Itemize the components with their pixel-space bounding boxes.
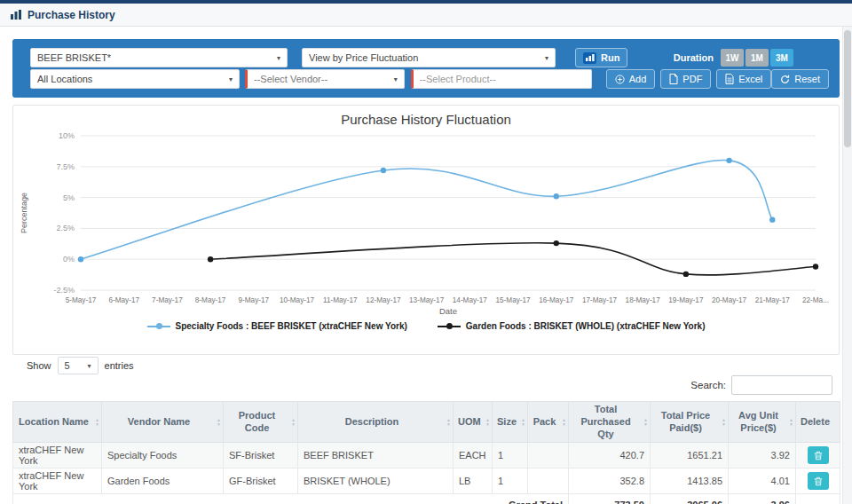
svg-text:7.5%: 7.5%	[56, 162, 75, 171]
product-search-input[interactable]	[411, 69, 592, 89]
purchase-table: Location Name▲▼Vendor Name▲▼Product Code…	[12, 401, 840, 504]
cell-location: xtraCHEF New York	[13, 443, 102, 469]
chart-panel: Purchase History Fluctuation -2.5%0%2.5%…	[12, 105, 840, 355]
svg-text:15-May-17: 15-May-17	[495, 296, 531, 304]
toolbar-row-2: All Locations ▾ --Select Vendor-- ▾ Add …	[30, 69, 829, 89]
legend-marker	[438, 326, 461, 327]
svg-text:8-May-17: 8-May-17	[195, 296, 226, 304]
svg-text:10-May-17: 10-May-17	[280, 296, 315, 304]
pdf-document-icon	[669, 74, 678, 84]
view-by-select[interactable]: View by Price Fluctuation ▾	[302, 48, 556, 67]
view-by-value: View by Price Fluctuation	[309, 52, 418, 63]
entries-label: entries	[105, 360, 134, 371]
column-header-label: Pack	[533, 416, 556, 427]
location-select[interactable]: All Locations ▾	[30, 69, 240, 89]
column-header-label: UOM	[458, 416, 481, 427]
sort-icon: ▲▼	[291, 418, 296, 427]
column-header[interactable]: Location Name▲▼	[13, 402, 102, 443]
duration-option-1m[interactable]: 1M	[746, 49, 769, 67]
reset-button[interactable]: Reset	[771, 69, 829, 89]
legend-item[interactable]: Garden Foods : BRISKET (WHOLE) (xtraCHEF…	[438, 321, 706, 331]
column-header[interactable]: Pack▲▼	[528, 402, 569, 443]
column-header[interactable]: Size▲▼	[493, 402, 528, 443]
grand-total-label: Grand Total	[13, 494, 569, 504]
table-row: xtraCHEF New YorkSpecialty FoodsSF-Brisk…	[13, 443, 840, 469]
svg-text:11-May-17: 11-May-17	[323, 296, 358, 304]
cell-size: 1	[493, 443, 528, 469]
column-header[interactable]: Avg Unit Price($)▲▼	[729, 402, 796, 443]
plus-circle-icon	[615, 75, 625, 84]
fluctuation-chart[interactable]: -2.5%0%2.5%5%7.5%10%Percentage5-May-176-…	[14, 129, 838, 319]
app-header: Purchase History	[0, 4, 852, 27]
purchase-history-screen: Purchase History BEEF BRISKET* ▾ View by…	[0, 0, 852, 504]
run-label: Run	[601, 52, 619, 63]
entries-select[interactable]: 5 ▾	[58, 357, 99, 374]
sort-icon: ▲▼	[521, 418, 525, 427]
grand-total-avg: 3.96	[729, 494, 796, 504]
duration-option-1w[interactable]: 1W	[721, 49, 744, 67]
column-header-label: Description	[345, 416, 399, 427]
svg-text:Date: Date	[439, 306, 457, 316]
column-header-label: Product Code	[239, 410, 276, 433]
grand-total-total: 3065.06	[651, 494, 729, 504]
cell-pack	[528, 443, 569, 469]
delete-button[interactable]	[808, 472, 829, 490]
search-input[interactable]	[731, 375, 832, 395]
toolbar-row-1: BEEF BRISKET* ▾ View by Price Fluctuatio…	[30, 48, 829, 67]
svg-text:16-May-17: 16-May-17	[539, 296, 574, 304]
column-header[interactable]: Product Code▲▼	[224, 402, 298, 443]
duration-label: Duration	[674, 52, 714, 63]
run-button[interactable]: Run	[575, 48, 627, 67]
sort-icon: ▲▼	[789, 418, 793, 427]
sort-icon: ▲▼	[485, 418, 490, 427]
cell-location: xtraCHEF New York	[13, 469, 102, 494]
column-header[interactable]: Total Purchased Qty▲▼	[569, 402, 651, 443]
column-header[interactable]: Description▲▼	[298, 402, 454, 443]
duration-control: Duration 1W1M3M	[674, 49, 793, 67]
show-label: Show	[27, 360, 51, 371]
legend-item[interactable]: Specialty Foods : BEEF BRISKET (xtraCHEF…	[147, 321, 407, 331]
chevron-down-icon: ▾	[229, 75, 233, 83]
svg-text:5%: 5%	[63, 193, 75, 202]
delete-button[interactable]	[808, 446, 829, 464]
column-header[interactable]: UOM▲▼	[454, 402, 493, 443]
sort-icon: ▲▼	[446, 418, 451, 427]
sort-icon: ▲▼	[562, 418, 566, 427]
add-button[interactable]: Add	[606, 69, 656, 89]
pdf-button[interactable]: PDF	[660, 69, 711, 89]
svg-text:17-May-17: 17-May-17	[582, 296, 618, 304]
column-header[interactable]: Vendor Name▲▼	[102, 402, 224, 443]
svg-text:13-May-17: 13-May-17	[409, 296, 445, 304]
column-header-label: Vendor Name	[128, 416, 190, 427]
trash-icon	[814, 451, 823, 461]
vendor-select[interactable]: --Select Vendor-- ▾	[245, 69, 405, 89]
cell-uom: LB	[454, 469, 493, 494]
column-header[interactable]: Total Price Paid($)▲▼	[651, 402, 729, 443]
duration-group: 1W1M3M	[721, 49, 793, 67]
column-header-label: Total Purchased Qty	[580, 404, 630, 439]
chevron-down-icon: ▾	[277, 54, 280, 62]
cell-vendor: Garden Foods	[102, 469, 224, 494]
search-label: Search:	[690, 380, 726, 390]
legend-label: Specialty Foods : BEEF BRISKET (xtraCHEF…	[176, 321, 407, 331]
excel-button[interactable]: Excel	[716, 69, 771, 89]
svg-text:21-May-17: 21-May-17	[755, 296, 791, 304]
add-label: Add	[629, 74, 647, 84]
svg-text:-2.5%: -2.5%	[53, 286, 75, 295]
grand-total-row: Grand Total773.503065.063.96	[13, 494, 840, 504]
run-chart-icon	[583, 52, 596, 64]
svg-text:2.5%: 2.5%	[56, 224, 75, 232]
trash-icon	[814, 476, 823, 486]
product-group-select[interactable]: BEEF BRISKET* ▾	[30, 48, 288, 67]
svg-text:19-May-17: 19-May-17	[668, 296, 704, 304]
svg-text:9-May-17: 9-May-17	[239, 296, 270, 304]
cell-avg: 4.01	[729, 469, 796, 494]
duration-option-3m[interactable]: 3M	[770, 49, 793, 67]
excel-spreadsheet-icon	[725, 74, 734, 84]
chevron-down-icon: ▾	[545, 54, 548, 62]
reset-label: Reset	[794, 74, 820, 84]
cell-avg: 3.92	[729, 443, 796, 469]
vendor-placeholder: --Select Vendor--	[254, 74, 327, 84]
scrollbar[interactable]	[842, 27, 852, 504]
scrollbar-thumb[interactable]	[844, 30, 851, 147]
